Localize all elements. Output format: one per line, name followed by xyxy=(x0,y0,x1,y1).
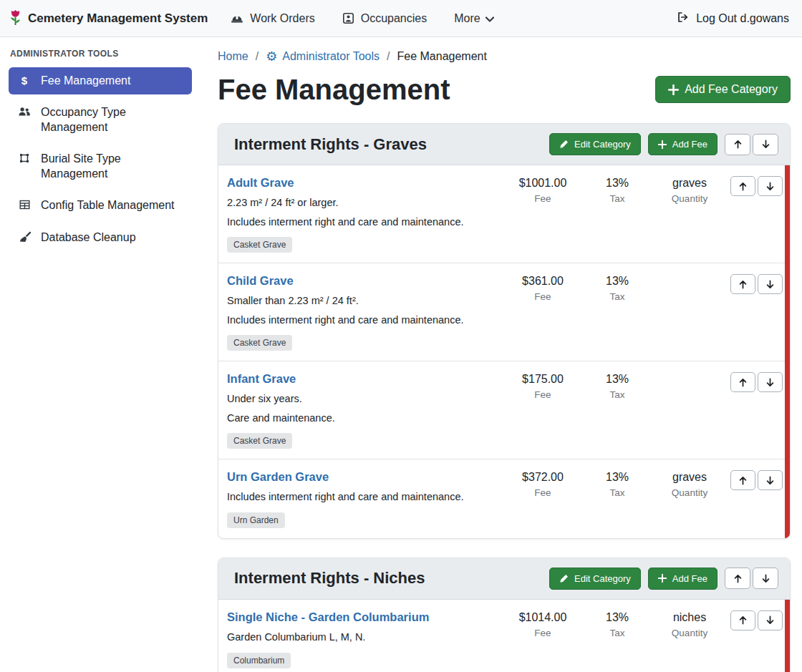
nav-more[interactable]: More xyxy=(454,12,493,25)
plus-icon xyxy=(658,574,667,583)
tax-value: 13% xyxy=(582,177,652,190)
fee-row: Adult Grave 2.23 m² / 24 ft² or larger.I… xyxy=(218,165,790,263)
arrow-down-icon xyxy=(765,378,775,387)
plus-icon xyxy=(668,84,679,95)
fee-quantity: niches Quantity xyxy=(652,609,727,638)
logout-button[interactable]: Log Out d.gowans xyxy=(677,11,789,26)
move-category-up-button[interactable] xyxy=(725,134,750,155)
tax-label: Tax xyxy=(582,628,652,638)
add-fee-button[interactable]: Add Fee xyxy=(648,568,718,590)
quantity-value: graves xyxy=(652,177,727,190)
tax-value: 13% xyxy=(582,471,652,484)
move-category-down-button[interactable] xyxy=(753,568,778,589)
fee-tax: 13% Tax xyxy=(582,371,652,400)
fee-label: Fee xyxy=(503,389,582,400)
table-icon xyxy=(17,199,32,210)
fee-type-badge: Urn Garden xyxy=(227,512,285,528)
fee-quantity: graves Quantity xyxy=(652,175,727,204)
fee-value: $372.00 xyxy=(503,471,582,484)
breadcrumb-home-link[interactable]: Home xyxy=(218,50,248,63)
fee-amount: $175.00 Fee xyxy=(503,371,582,400)
move-fee-down-button[interactable] xyxy=(758,610,783,630)
fee-label: Fee xyxy=(503,193,582,204)
fee-row: Infant Grave Under six years.Care and ma… xyxy=(218,361,790,459)
sidebar-item-burial-site-type-management[interactable]: Burial Site Type Management xyxy=(9,145,192,188)
fee-type-badge: Casket Grave xyxy=(227,335,292,351)
page-title: Fee Management xyxy=(218,73,450,106)
main-content: Home / ⚙ Administrator Tools / Fee Manag… xyxy=(200,37,802,672)
vector-square-icon xyxy=(17,152,32,164)
fee-description: Smaller than 2.23 m² / 24 ft². xyxy=(227,294,503,308)
quantity-label: Quantity xyxy=(652,193,727,204)
move-fee-down-button[interactable] xyxy=(758,176,783,196)
sidebar: ADMINISTRATOR TOOLS $ Fee Management Occ… xyxy=(0,37,200,255)
tax-value: 13% xyxy=(582,373,652,386)
fee-description: 2.23 m² / 24 ft² or larger. xyxy=(227,196,503,210)
edit-category-button[interactable]: Edit Category xyxy=(549,133,641,155)
sidebar-item-config-table-management[interactable]: Config Table Management xyxy=(9,192,192,219)
move-fee-up-button[interactable] xyxy=(730,470,755,490)
fee-category-card: Interment Rights - Niches Edit Category … xyxy=(218,557,791,672)
fee-label: Fee xyxy=(503,487,582,498)
move-fee-down-button[interactable] xyxy=(758,470,783,490)
fee-row: Single Niche - Garden Columbarium Garden… xyxy=(218,600,790,672)
card-scrollbar[interactable] xyxy=(785,165,790,538)
category-header: Interment Rights - Graves Edit Category … xyxy=(218,124,790,165)
logout-icon xyxy=(677,11,690,26)
category-header: Interment Rights - Niches Edit Category … xyxy=(218,558,790,600)
arrow-up-icon xyxy=(738,280,748,289)
arrow-down-icon xyxy=(765,280,775,289)
move-fee-up-button[interactable] xyxy=(730,274,755,294)
sidebar-item-database-cleanup[interactable]: Database Cleanup xyxy=(9,224,192,251)
fee-description: Includes interment right and care and ma… xyxy=(227,313,503,328)
fee-amount: $1014.00 Fee xyxy=(503,609,582,638)
plus-icon xyxy=(658,140,667,149)
dollar-icon: $ xyxy=(17,74,32,87)
fee-value: $361.00 xyxy=(503,275,582,288)
breadcrumb: Home / ⚙ Administrator Tools / Fee Manag… xyxy=(218,50,791,63)
move-fee-up-button[interactable] xyxy=(730,176,755,196)
move-fee-down-button[interactable] xyxy=(758,372,783,392)
breadcrumb-admin-tools-link[interactable]: ⚙ Administrator Tools xyxy=(266,50,380,63)
arrow-down-icon xyxy=(765,615,775,625)
move-fee-down-button[interactable] xyxy=(758,274,783,294)
move-category-down-button[interactable] xyxy=(753,134,778,155)
arrow-down-icon xyxy=(765,182,775,191)
fee-amount: $1001.00 Fee xyxy=(503,175,582,204)
fee-name-link[interactable]: Urn Garden Grave xyxy=(227,470,329,484)
nav-work-orders[interactable]: Work Orders xyxy=(231,12,314,25)
sidebar-item-occupancy-type-management[interactable]: Occupancy Type Management xyxy=(9,99,192,141)
edit-category-button[interactable]: Edit Category xyxy=(549,568,641,590)
card-scrollbar[interactable] xyxy=(785,600,790,672)
tax-label: Tax xyxy=(582,291,652,302)
hard-hat-icon xyxy=(231,13,243,24)
quantity-label: Quantity xyxy=(652,628,727,638)
tax-label: Tax xyxy=(582,389,652,400)
fee-label: Fee xyxy=(503,291,582,302)
move-fee-up-button[interactable] xyxy=(730,610,755,630)
app-brand: Cemetery Management System xyxy=(9,9,208,27)
fee-name-link[interactable]: Adult Grave xyxy=(227,176,294,190)
fee-description: Care and maintenance. xyxy=(227,412,503,426)
sidebar-item-fee-management[interactable]: $ Fee Management xyxy=(9,67,192,94)
quantity-value: niches xyxy=(652,611,727,624)
fee-quantity: graves Quantity xyxy=(652,469,727,498)
add-fee-button[interactable]: Add Fee xyxy=(648,133,718,155)
move-category-up-button[interactable] xyxy=(725,568,750,589)
category-title: Interment Rights - Niches xyxy=(234,569,425,588)
fee-category-card: Interment Rights - Graves Edit Category … xyxy=(218,123,791,539)
sidebar-heading: ADMINISTRATOR TOOLS xyxy=(10,49,192,59)
breadcrumb-separator: / xyxy=(256,50,259,63)
fee-amount: $361.00 Fee xyxy=(503,273,582,302)
fee-type-badge: Casket Grave xyxy=(227,433,292,449)
add-fee-category-button[interactable]: Add Fee Category xyxy=(655,76,791,103)
fee-description: Under six years. xyxy=(227,392,503,406)
fee-name-link[interactable]: Child Grave xyxy=(227,274,294,288)
fee-name-link[interactable]: Single Niche - Garden Columbarium xyxy=(227,610,429,624)
arrow-up-icon xyxy=(738,378,748,387)
move-fee-up-button[interactable] xyxy=(730,372,755,392)
fee-name-link[interactable]: Infant Grave xyxy=(227,372,296,386)
nav-occupancies[interactable]: Occupancies xyxy=(342,12,427,25)
arrow-up-icon xyxy=(738,615,748,625)
fee-tax: 13% Tax xyxy=(582,609,652,638)
